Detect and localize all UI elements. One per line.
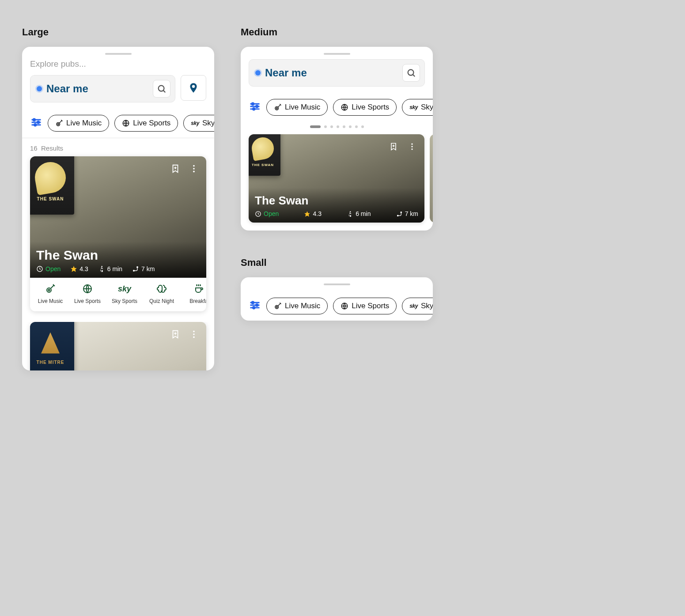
search-button[interactable] (153, 80, 170, 98)
variant-label-medium: Medium (241, 26, 433, 38)
amenity-sky-sports: sky Sky Sports (106, 283, 143, 304)
distance-value: 7 km (405, 210, 418, 217)
distance: 7 km (396, 210, 418, 217)
filter-button[interactable] (30, 116, 42, 130)
sky-logo-icon: sky (409, 104, 418, 110)
chip-live-sports[interactable]: Live Sports (333, 99, 397, 116)
sliders-icon (249, 100, 261, 113)
amenity-label: Sky Sports (112, 298, 137, 304)
star-icon (304, 211, 310, 217)
chip-live-music[interactable]: Live Music (266, 99, 328, 116)
dot[interactable] (324, 125, 327, 128)
svg-point-16 (193, 168, 195, 170)
chip-sky-sports[interactable]: sky Sky S (183, 115, 214, 132)
pub-card-peek[interactable]: THE MITRE (30, 322, 206, 370)
pub-photo: THE MITRE (30, 322, 206, 370)
svg-point-55 (401, 212, 402, 213)
coffee-icon (193, 283, 204, 294)
filter-chip-row: Live Music Live Sports sky Sky S (241, 91, 433, 122)
more-button[interactable] (406, 140, 418, 153)
guitar-icon (274, 103, 282, 111)
walk-time: 6 min (98, 265, 122, 272)
svg-point-59 (252, 302, 254, 304)
walk-value: 6 min (356, 210, 371, 217)
chip-sky-sports[interactable]: sky Sky S (402, 298, 433, 314)
svg-point-24 (48, 289, 50, 291)
rating: 4.3 (304, 210, 321, 217)
mitre-icon (37, 330, 64, 356)
results-number: 16 (30, 144, 38, 152)
amenities-row: Live Music Live Sports sky Sky Sports (30, 278, 206, 311)
search-icon (406, 68, 416, 78)
walk-value: 6 min (107, 265, 122, 272)
location-dot-icon (255, 70, 261, 76)
bookmark-button[interactable] (387, 140, 400, 153)
svg-point-17 (193, 171, 195, 173)
search-text: Near me (46, 83, 148, 95)
pub-sign-badge: THE SWAN (249, 134, 280, 176)
drag-handle[interactable] (324, 53, 350, 55)
explore-heading: Explore pubs... (30, 59, 206, 69)
bookmark-button[interactable] (169, 328, 182, 340)
chip-live-music[interactable]: Live Music (266, 298, 328, 314)
walk-icon (98, 265, 105, 272)
badge-text: THE SWAN (37, 197, 64, 201)
dot[interactable] (343, 125, 345, 128)
chip-sky-sports[interactable]: sky Sky S (402, 99, 433, 116)
drag-handle[interactable] (105, 53, 132, 55)
svg-line-10 (60, 121, 62, 123)
carousel-dots[interactable] (241, 122, 433, 134)
pub-card-peek[interactable] (430, 134, 433, 223)
dot-active[interactable] (310, 125, 321, 128)
svg-point-6 (37, 121, 39, 124)
search-button[interactable] (402, 64, 420, 82)
drag-handle[interactable] (324, 283, 350, 285)
pub-card[interactable]: THE SWAN The Swan (249, 134, 424, 223)
bookmark-button[interactable] (169, 163, 182, 175)
amenity-breakfast: Breakfa (180, 283, 206, 304)
sky-logo-icon: sky (118, 283, 131, 295)
map-pin-button[interactable] (181, 75, 206, 101)
svg-point-30 (193, 331, 195, 333)
svg-point-41 (275, 107, 279, 110)
search-input[interactable]: Near me (249, 59, 425, 87)
sky-logo-icon: sky (409, 303, 418, 309)
chip-live-sports[interactable]: Live Sports (114, 115, 178, 132)
chip-live-music[interactable]: Live Music (48, 115, 109, 132)
pub-sign-badge: THE MITRE (30, 322, 74, 370)
swan-icon (250, 136, 276, 161)
route-icon (132, 265, 139, 272)
filter-button[interactable] (249, 100, 261, 114)
svg-point-61 (253, 307, 255, 309)
dot[interactable] (361, 125, 364, 128)
map-pin-icon (188, 82, 199, 94)
chip-live-sports[interactable]: Live Sports (333, 298, 397, 314)
sliders-icon (249, 299, 261, 311)
filter-button[interactable] (249, 299, 261, 313)
bookmark-add-icon (389, 142, 398, 151)
svg-point-20 (101, 266, 102, 267)
svg-point-8 (57, 123, 60, 126)
svg-point-62 (275, 306, 279, 309)
pub-card[interactable]: THE SWAN The Swan (30, 156, 206, 311)
chip-label: Sky S (421, 103, 433, 112)
search-input[interactable]: Near me (30, 75, 175, 102)
svg-line-64 (278, 303, 280, 306)
more-button[interactable] (188, 328, 200, 340)
walk-icon (347, 211, 353, 217)
svg-point-0 (159, 86, 164, 91)
dot[interactable] (355, 125, 358, 128)
distance-value: 7 km (141, 265, 155, 272)
pub-photo: THE SWAN The Swan (249, 134, 424, 223)
status-text: Open (264, 210, 279, 217)
svg-point-49 (411, 146, 413, 147)
results-count: 16 Results (22, 138, 214, 156)
dot[interactable] (337, 125, 339, 128)
svg-point-7 (34, 124, 36, 126)
ball-icon (122, 119, 130, 127)
dot[interactable] (349, 125, 352, 128)
svg-point-9 (57, 124, 59, 125)
more-button[interactable] (188, 163, 200, 175)
dot[interactable] (330, 125, 333, 128)
chip-label: Live Music (66, 119, 102, 128)
